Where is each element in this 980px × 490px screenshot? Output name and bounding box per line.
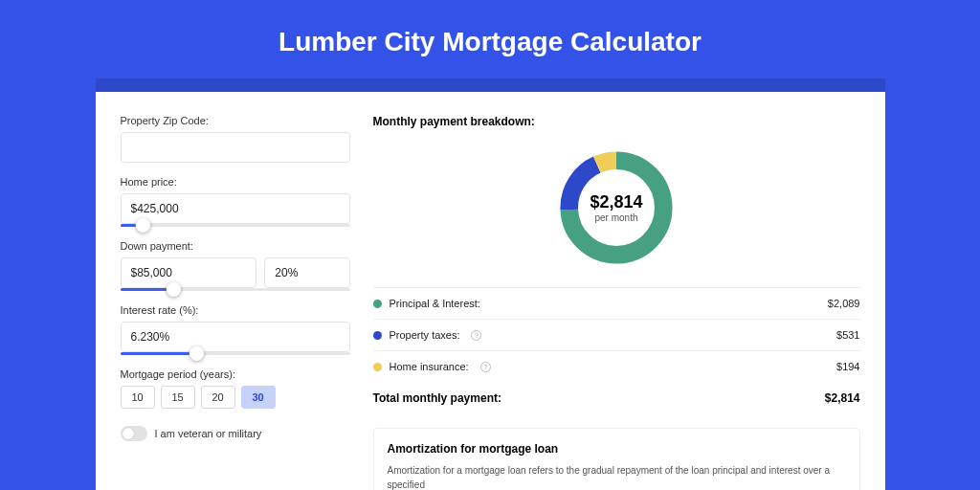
card-shadow	[96, 78, 885, 92]
price-group: Home price:	[121, 176, 350, 227]
period-btn-20[interactable]: 20	[201, 386, 235, 409]
dot-principal	[373, 300, 382, 308]
legend-value-insurance: $194	[836, 361, 859, 372]
period-group: Mortgage period (years): 10 15 20 30	[121, 368, 350, 409]
legend-label-insurance: Home insurance:	[390, 361, 469, 372]
interest-rate-label: Interest rate (%):	[121, 304, 350, 316]
down-payment-pct-input[interactable]	[264, 257, 349, 288]
donut-center-value: $2,814	[590, 192, 642, 212]
veteran-toggle-knob	[122, 428, 134, 439]
home-price-slider[interactable]	[121, 224, 350, 227]
legend-value-taxes: $531	[836, 329, 859, 341]
donut-center: $2,814 per month	[554, 145, 679, 270]
zip-label: Property Zip Code:	[121, 115, 350, 126]
legend-row-insurance: Home insurance: ? $194	[373, 351, 860, 382]
home-price-slider-fill	[121, 224, 137, 227]
interest-rate-input[interactable]	[121, 322, 350, 352]
veteran-row: I am veteran or military	[121, 426, 350, 441]
legend-row-principal: Principal & Interest: $2,089	[373, 288, 860, 320]
donut-chart: $2,814 per month	[554, 145, 679, 270]
zip-input[interactable]	[121, 132, 350, 163]
veteran-label: I am veteran or military	[155, 428, 262, 439]
breakdown-panel: Monthly payment breakdown: $2,814 per mo…	[373, 115, 860, 490]
interest-rate-slider[interactable]	[121, 352, 350, 355]
total-label: Total monthly payment:	[373, 391, 501, 405]
legend-value-principal: $2,089	[828, 298, 860, 309]
down-payment-input[interactable]	[121, 257, 257, 288]
donut-chart-wrap: $2,814 per month	[373, 140, 860, 287]
input-panel: Property Zip Code: Home price: Down paym…	[121, 115, 350, 490]
legend-label-principal: Principal & Interest:	[390, 298, 480, 309]
dot-insurance	[373, 363, 382, 371]
legend-label-taxes: Property taxes:	[390, 329, 460, 341]
zip-group: Property Zip Code:	[121, 115, 350, 163]
home-price-slider-thumb[interactable]	[136, 218, 150, 233]
home-price-input[interactable]	[121, 193, 350, 224]
down-payment-label: Down payment:	[121, 240, 350, 252]
total-value: $2,814	[825, 391, 860, 405]
amortization-title: Amortization for mortgage loan	[388, 442, 846, 456]
breakdown-title: Monthly payment breakdown:	[373, 115, 860, 128]
amortization-card: Amortization for mortgage loan Amortizat…	[373, 428, 860, 490]
veteran-toggle[interactable]	[121, 426, 147, 441]
page-title: Lumber City Mortgage Calculator	[0, 0, 980, 78]
interest-rate-slider-fill	[121, 352, 189, 355]
dot-taxes	[373, 331, 382, 340]
total-row: Total monthly payment: $2,814	[373, 382, 860, 414]
period-btn-15[interactable]: 15	[161, 386, 195, 409]
calculator-card: Property Zip Code: Home price: Down paym…	[96, 92, 885, 490]
info-icon[interactable]: ?	[480, 362, 491, 372]
info-icon[interactable]: ?	[471, 330, 481, 341]
down-payment-group: Down payment:	[121, 240, 350, 291]
interest-rate-slider-thumb[interactable]	[189, 346, 204, 361]
interest-rate-group: Interest rate (%):	[121, 304, 350, 355]
down-payment-slider[interactable]	[121, 288, 350, 291]
amortization-body: Amortization for a mortgage loan refers …	[388, 463, 846, 490]
home-price-label: Home price:	[121, 176, 350, 188]
period-button-row: 10 15 20 30	[121, 386, 350, 409]
period-btn-30[interactable]: 30	[241, 386, 276, 409]
period-label: Mortgage period (years):	[121, 368, 350, 380]
down-payment-slider-thumb[interactable]	[167, 282, 181, 297]
period-btn-10[interactable]: 10	[121, 386, 155, 409]
legend-row-taxes: Property taxes: ? $531	[373, 320, 860, 351]
down-payment-slider-fill	[121, 288, 167, 291]
legend: Principal & Interest: $2,089 Property ta…	[373, 287, 860, 382]
donut-center-label: per month	[594, 212, 637, 223]
